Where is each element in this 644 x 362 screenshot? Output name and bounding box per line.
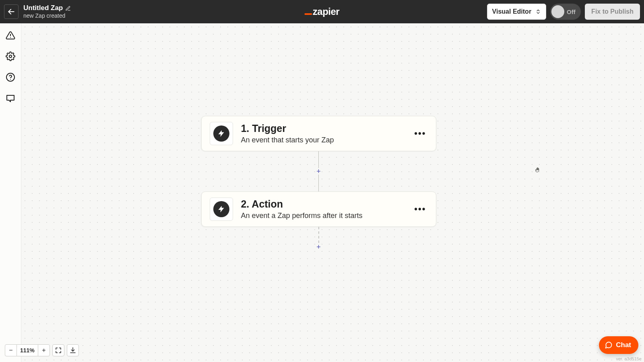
topbar-right: Visual Editor Off Fix to Publish (487, 4, 640, 20)
settings-button[interactable] (6, 51, 15, 61)
editor-canvas[interactable]: 1. Trigger An event that starts your Zap… (21, 23, 644, 362)
zap-title-row[interactable]: Untitled Zap (23, 4, 71, 12)
toggle-knob (551, 5, 564, 18)
fullscreen-icon (55, 347, 62, 354)
zap-subtitle: new Zap created (23, 12, 71, 19)
step-action[interactable]: 2. Action An event a Zap performs after … (201, 191, 436, 227)
connector-dashed-line (318, 227, 319, 243)
logo-underscore-icon (305, 13, 312, 15)
bolt-icon (217, 130, 225, 138)
ellipsis-icon: ••• (414, 204, 426, 214)
help-circle-icon (6, 72, 15, 82)
comment-icon (6, 93, 15, 103)
add-step-button[interactable]: + (315, 168, 322, 175)
gear-icon (6, 51, 15, 62)
chevron-updown-icon (535, 8, 541, 15)
step-app-icon-slot (209, 122, 233, 145)
bolt-icon-bg (213, 201, 229, 217)
connector-line (318, 151, 319, 168)
svg-point-3 (9, 55, 12, 58)
arrow-left-icon (7, 8, 15, 16)
alert-triangle-icon (6, 30, 15, 41)
toggle-label: Off (567, 8, 576, 15)
grab-cursor-icon (535, 167, 541, 173)
zap-on-off-toggle[interactable]: Off (550, 4, 581, 20)
publish-button[interactable]: Fix to Publish (585, 4, 640, 20)
editor-mode-label: Visual Editor (492, 8, 532, 15)
logo-text: zapier (313, 6, 339, 17)
topbar: Untitled Zap new Zap created zapier Visu… (0, 0, 644, 23)
plus-icon: + (42, 347, 45, 354)
zoom-controls: − 111% + (5, 344, 79, 356)
publish-label: Fix to Publish (591, 8, 634, 15)
add-step-button[interactable]: + (315, 244, 322, 250)
step-app-icon-slot (209, 197, 233, 221)
back-button[interactable] (4, 4, 19, 19)
step-title: 1. Trigger (241, 123, 405, 134)
zapier-logo: zapier (305, 6, 339, 17)
minus-icon: − (9, 347, 12, 354)
connector-line (318, 175, 319, 191)
edit-icon (65, 6, 71, 11)
editor-mode-select[interactable]: Visual Editor (487, 4, 547, 20)
download-icon (69, 347, 76, 354)
bolt-icon-bg (213, 125, 229, 142)
flow-column: 1. Trigger An event that starts your Zap… (201, 116, 436, 250)
chat-label: Chat (616, 341, 631, 349)
step-title: 2. Action (241, 198, 405, 210)
step-trigger[interactable]: 1. Trigger An event that starts your Zap… (201, 116, 436, 151)
zoom-out-button[interactable]: − (5, 344, 17, 356)
zap-title: Untitled Zap (23, 4, 63, 12)
export-button[interactable] (67, 344, 79, 356)
connector: + (315, 151, 322, 191)
step-text: 2. Action An event a Zap performs after … (241, 198, 405, 220)
step-more-menu[interactable]: ••• (413, 204, 427, 214)
step-subtitle: An event a Zap performs after it starts (241, 212, 405, 220)
left-rail (0, 23, 21, 362)
bolt-icon (217, 205, 225, 213)
ellipsis-icon: ••• (414, 128, 426, 138)
zoom-in-button[interactable]: + (38, 344, 50, 356)
fit-to-screen-button[interactable] (52, 344, 64, 356)
zoom-group: − 111% + (5, 344, 50, 356)
step-more-menu[interactable]: ••• (413, 128, 427, 139)
chat-bubble-icon (605, 341, 613, 349)
zoom-level: 111% (17, 344, 38, 356)
chat-fab[interactable]: Chat (599, 336, 638, 354)
comments-button[interactable] (6, 93, 15, 103)
warnings-button[interactable] (6, 31, 15, 40)
step-subtitle: An event that starts your Zap (241, 136, 405, 144)
help-button[interactable] (6, 72, 15, 82)
zap-title-block: Untitled Zap new Zap created (23, 4, 71, 19)
version-label: ver. a3d515e (616, 356, 642, 361)
connector-end: + (315, 227, 322, 250)
step-text: 1. Trigger An event that starts your Zap (241, 123, 405, 144)
